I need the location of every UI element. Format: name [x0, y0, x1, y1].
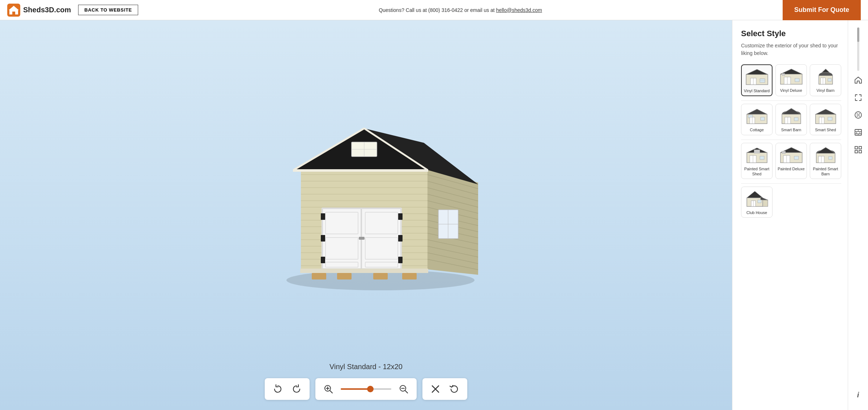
svg-rect-93: [828, 78, 831, 81]
svg-marker-37: [293, 169, 428, 172]
svg-rect-104: [794, 118, 798, 121]
style-panel: Select Style Customize the exterior of y…: [732, 20, 848, 410]
style-item-smart-shed[interactable]: Smart Shed: [810, 104, 841, 135]
sidebar-fullscreen-button[interactable]: [850, 90, 866, 106]
style-label-smart-barn: Smart Barn: [781, 127, 801, 132]
style-grid-row3: Painted Smart Shed Painted Deluxe: [741, 143, 841, 179]
style-panel-desc: Customize the exterior of your shed to y…: [741, 42, 841, 57]
svg-point-139: [858, 115, 859, 116]
rotate-controls: [265, 378, 310, 400]
svg-point-138: [859, 116, 860, 117]
svg-rect-133: [758, 200, 761, 203]
style-grid-row2: Cottage Smart Barn: [741, 104, 841, 135]
sidebar-palette-button[interactable]: [850, 107, 866, 123]
svg-rect-52: [321, 213, 325, 220]
svg-marker-130: [761, 197, 768, 200]
zoom-slider[interactable]: [341, 388, 391, 390]
style-label-vinyl-barn: Vinyl Barn: [817, 88, 835, 93]
svg-rect-53: [321, 235, 325, 242]
style-label-club-house: Club House: [746, 210, 767, 215]
3d-viewer[interactable]: Vinyl Standard - 12x20: [0, 20, 732, 410]
style-label-cottage: Cottage: [750, 127, 764, 132]
svg-rect-87: [782, 73, 785, 76]
svg-point-135: [856, 114, 858, 115]
logo: Sheds3D.com: [7, 4, 71, 17]
svg-rect-121: [794, 156, 799, 159]
svg-marker-77: [746, 69, 768, 74]
style-label-smart-shed: Smart Shed: [815, 127, 836, 132]
svg-marker-128: [747, 191, 763, 198]
contact-text: Questions? Call us at (800) 316-0422 or …: [379, 7, 495, 13]
style-label-vinyl-deluxe: Vinyl Deluxe: [780, 88, 802, 93]
rotate-left-button[interactable]: [271, 383, 284, 396]
svg-rect-114: [760, 156, 764, 159]
header-contact: Questions? Call us at (800) 316-0422 or …: [379, 7, 542, 13]
right-panel: Select Style Customize the exterior of y…: [732, 20, 868, 410]
svg-rect-115: [754, 150, 760, 153]
sidebar-home-button[interactable]: [850, 72, 866, 88]
style-item-club-house[interactable]: Club House: [741, 187, 773, 218]
sidebar-info-button[interactable]: i: [850, 387, 866, 403]
reset-button[interactable]: [448, 383, 461, 396]
style-item-smart-barn[interactable]: Smart Barn: [775, 104, 807, 135]
svg-line-73: [405, 390, 408, 393]
style-grid-row1: Vinyl Standard Vinyl Deluxe: [741, 64, 841, 96]
svg-rect-66: [402, 273, 417, 279]
style-item-painted-smart-shed[interactable]: Painted Smart Shed: [741, 143, 773, 179]
svg-rect-65: [373, 273, 388, 279]
svg-line-70: [330, 390, 332, 393]
zoom-in-button[interactable]: [322, 383, 335, 396]
icon-sidebar: i: [848, 20, 868, 410]
main-content: Vinyl Standard - 12x20: [0, 20, 868, 410]
style-label-painted-smart-shed: Painted Smart Shed: [743, 166, 771, 177]
svg-rect-45: [362, 209, 401, 269]
sidebar-wall-button[interactable]: [850, 124, 866, 140]
svg-rect-105: [816, 114, 836, 124]
rotate-right-button[interactable]: [290, 383, 303, 396]
svg-marker-101: [782, 108, 801, 114]
scroll-thumb[interactable]: [857, 27, 859, 42]
scroll-track[interactable]: [857, 27, 859, 71]
svg-marker-106: [816, 109, 836, 114]
style-item-painted-smart-barn[interactable]: Painted Smart Barn: [810, 143, 841, 179]
divider-3: [741, 183, 841, 184]
svg-rect-44: [323, 209, 361, 269]
svg-rect-109: [828, 117, 832, 120]
svg-rect-57: [398, 257, 403, 263]
zoom-slider-wrap: [341, 388, 391, 390]
zoom-out-button[interactable]: [397, 383, 410, 396]
style-item-vinyl-barn[interactable]: Vinyl Barn: [810, 64, 841, 96]
style-item-cottage[interactable]: Cottage: [741, 104, 773, 135]
controls-bar: [265, 378, 467, 400]
style-panel-title: Select Style: [741, 29, 841, 38]
svg-rect-55: [398, 213, 403, 220]
svg-rect-58: [359, 237, 365, 240]
cancel-button[interactable]: [429, 383, 442, 396]
svg-rect-88: [795, 78, 799, 82]
style-item-painted-deluxe[interactable]: Painted Deluxe: [775, 143, 807, 179]
logo-text: Sheds3D.com: [23, 6, 71, 14]
submit-quote-button[interactable]: Submit For Quote: [783, 0, 861, 20]
logo-icon: [7, 4, 20, 17]
header: Sheds3D.com BACK TO WEBSITE Questions? C…: [0, 0, 868, 20]
svg-rect-62: [300, 269, 428, 273]
svg-rect-148: [859, 146, 861, 149]
email-link[interactable]: hello@sheds3d.com: [496, 7, 542, 13]
svg-point-137: [856, 116, 858, 117]
svg-rect-149: [855, 150, 858, 153]
style-label-painted-smart-barn: Painted Smart Barn: [812, 166, 839, 177]
style-item-vinyl-deluxe[interactable]: Vinyl Deluxe: [775, 64, 807, 96]
svg-rect-147: [855, 146, 858, 149]
back-to-website-button[interactable]: BACK TO WEBSITE: [78, 5, 138, 15]
style-item-vinyl-standard[interactable]: Vinyl Standard: [741, 64, 773, 96]
shed-label: Vinyl Standard - 12x20: [329, 363, 403, 371]
header-left: Sheds3D.com BACK TO WEBSITE: [7, 4, 138, 17]
svg-rect-63: [312, 273, 326, 279]
cancel-reset-controls: [422, 378, 467, 400]
svg-marker-123: [816, 148, 835, 153]
style-grid-row4: Club House: [741, 187, 841, 218]
style-label-vinyl-standard: Vinyl Standard: [744, 88, 770, 93]
shed-3d-model: [243, 110, 489, 291]
sidebar-grid-button[interactable]: [850, 142, 866, 158]
divider-1: [741, 101, 841, 101]
